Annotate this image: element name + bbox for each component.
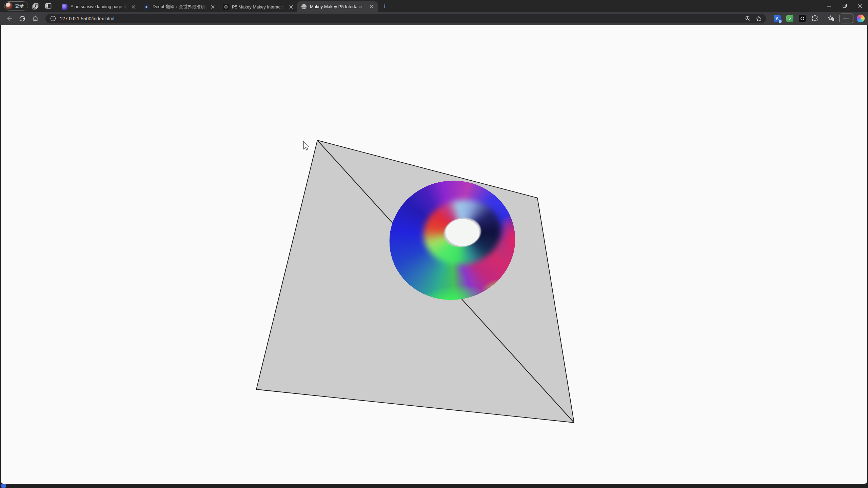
window-bottom-edge (0, 484, 868, 488)
url-text: 127.0.0.1:5500/index.html (60, 16, 742, 21)
favorites-icon[interactable] (826, 14, 836, 23)
translate-badge: A (774, 15, 781, 22)
p5-favicon-icon (223, 4, 229, 10)
circle-logo-badge (799, 15, 806, 22)
tab-title: A persuasive landing page-演示文 (71, 4, 127, 10)
tab-title: DeepL翻译：全世界最准确的翻译 (153, 4, 207, 10)
sparkle-favicon-icon (62, 4, 67, 10)
back-icon[interactable] (4, 13, 15, 24)
vertical-tabs-icon[interactable] (43, 1, 53, 11)
toolbar: 127.0.0.1:5500/index.html A (0, 12, 868, 25)
favorite-star-icon[interactable] (754, 14, 763, 23)
translate-extension-icon[interactable]: A (772, 14, 782, 23)
shield-extension-icon[interactable] (785, 14, 794, 23)
tab-title: P5 Makey Makey Interaction (232, 4, 285, 9)
tab-p5-makey-makey[interactable]: P5 Makey Makey Interaction (219, 2, 297, 12)
workspaces-icon[interactable] (31, 1, 41, 11)
home-icon[interactable] (30, 13, 41, 24)
circle-logo-extension-icon[interactable] (797, 14, 807, 23)
tab-deepl[interactable]: ＞ DeepL翻译：全世界最准确的翻译 (140, 2, 219, 12)
url-host: 127.0.0.1 (60, 16, 79, 21)
tab-close-icon[interactable] (210, 4, 216, 10)
tab-close-icon[interactable] (368, 4, 374, 10)
stacked-squares-glyph (32, 3, 39, 9)
toolbar-separator (823, 16, 823, 22)
copilot-icon[interactable] (857, 15, 865, 22)
page-content (1, 25, 867, 484)
tab-title: Makey Makey P5 Interface (310, 4, 366, 9)
shield-badge (786, 15, 793, 22)
avatar (5, 2, 13, 9)
browser-window: 登录 A persuasive landing page-演示文 (0, 0, 868, 488)
bottom-left-blue-fragment (1, 484, 6, 488)
deepl-favicon-icon: ＞ (144, 4, 150, 10)
minimize-button[interactable] (821, 0, 837, 12)
tab-close-icon[interactable] (130, 4, 136, 10)
zoom-icon[interactable] (744, 14, 752, 23)
refresh-icon[interactable] (17, 13, 28, 24)
profile-button[interactable]: 登录 (4, 1, 28, 11)
restore-button[interactable] (837, 0, 852, 12)
window-controls (821, 0, 868, 12)
titlebar: 登录 A persuasive landing page-演示文 (0, 0, 868, 12)
tab-strip: A persuasive landing page-演示文 ＞ DeepL翻译：… (58, 0, 378, 12)
address-bar[interactable]: 127.0.0.1:5500/index.html (45, 14, 766, 23)
close-window-button[interactable] (852, 0, 868, 12)
tab-persuasive-landing-page[interactable]: A persuasive landing page-演示文 (58, 2, 140, 12)
site-info-icon[interactable] (49, 15, 57, 23)
more-menu-icon[interactable]: ••• (839, 14, 853, 23)
new-tab-button[interactable]: + (380, 1, 390, 11)
split-window-glyph (45, 3, 52, 9)
tab-makey-makey-p5-interface-active[interactable]: Makey Makey P5 Interface (297, 1, 378, 12)
globe-favicon-icon (301, 4, 307, 9)
extensions-icon[interactable] (810, 14, 820, 23)
profile-label: 登录 (15, 3, 24, 9)
url-path: :5500/index.html (79, 16, 114, 21)
tab-close-icon[interactable] (288, 4, 294, 10)
